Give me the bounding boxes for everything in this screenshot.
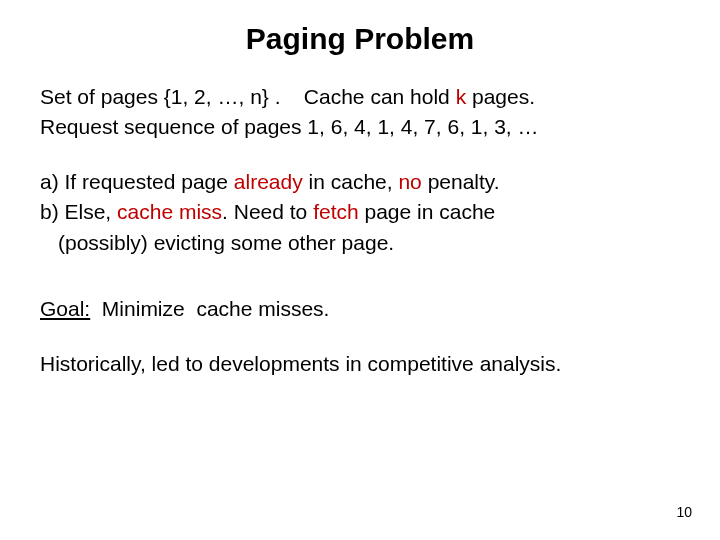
rule-a-already: already	[234, 170, 303, 193]
rule-a-prefix: a) If requested page	[40, 170, 234, 193]
rule-b-miss: cache miss	[117, 200, 222, 223]
slide: Paging Problem Set of pages {1, 2, …, n}…	[0, 0, 720, 540]
goal-text: Minimize cache misses.	[90, 297, 329, 320]
rule-b-mid: . Need to	[222, 200, 313, 223]
history-paragraph: Historically, led to developments in com…	[40, 349, 680, 379]
rule-b-suffix: page in cache	[359, 200, 496, 223]
intro-line1-a: Set of pages {1, 2, …, n} .	[40, 85, 281, 108]
rule-b-line2: (possibly) evicting some other page.	[40, 228, 680, 258]
rule-b-fetch: fetch	[313, 200, 359, 223]
goal-label: Goal:	[40, 297, 90, 320]
goal-paragraph: Goal: Minimize cache misses.	[40, 294, 680, 324]
rules-block: a) If requested page already in cache, n…	[40, 167, 680, 258]
page-number: 10	[676, 504, 692, 520]
intro-line1-b: Cache can hold	[304, 85, 456, 108]
intro-line1-c: pages.	[466, 85, 535, 108]
rule-a-mid: in cache,	[303, 170, 399, 193]
intro-k: k	[456, 85, 467, 108]
intro-line1-gap	[281, 85, 304, 108]
rule-a-no: no	[398, 170, 421, 193]
rule-a-suffix: penalty.	[422, 170, 500, 193]
intro-paragraph: Set of pages {1, 2, …, n} . Cache can ho…	[40, 82, 680, 143]
rule-b-line1: b) Else, cache miss. Need to fetch page …	[40, 197, 680, 227]
intro-line2: Request sequence of pages 1, 6, 4, 1, 4,…	[40, 115, 539, 138]
rule-a: a) If requested page already in cache, n…	[40, 167, 680, 197]
slide-title: Paging Problem	[40, 22, 680, 56]
rule-b-prefix: b) Else,	[40, 200, 117, 223]
